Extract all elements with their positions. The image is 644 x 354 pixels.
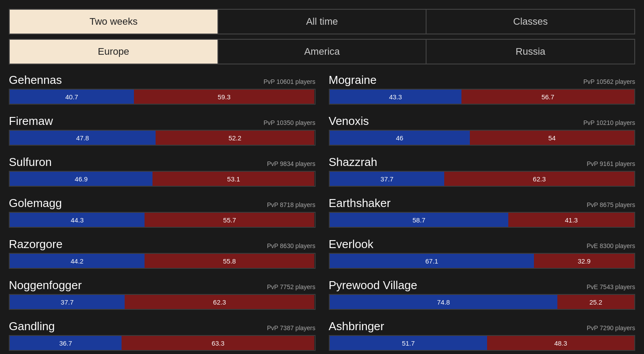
region-row: EuropeAmericaRussia	[9, 39, 635, 64]
server-header: MograinePvP 10562 players	[329, 73, 636, 87]
server-info: PvP 8675 players	[587, 201, 635, 208]
server-header: GandlingPvP 7387 players	[9, 320, 316, 333]
alliance-bar: 44.2	[10, 254, 145, 268]
server-name: Shazzrah	[329, 155, 377, 169]
server-block: NoggenfoggerPvP 7752 players37.762.3	[9, 279, 316, 310]
server-block: GehennasPvP 10601 players40.759.3	[9, 73, 316, 105]
server-header: GolemaggPvP 8718 players	[9, 196, 316, 210]
server-info: PvP 10350 players	[263, 119, 315, 126]
faction-bar: 37.762.3	[9, 294, 316, 310]
alliance-bar: 37.7	[10, 295, 125, 309]
server-header: ShazzrahPvP 9161 players	[329, 155, 636, 169]
alliance-bar: 47.8	[10, 131, 156, 145]
horde-bar: 32.9	[534, 254, 634, 268]
alliance-bar: 67.1	[330, 254, 534, 268]
server-info: PvP 10601 players	[263, 78, 315, 85]
alliance-bar: 74.8	[330, 295, 558, 309]
faction-bar: 47.852.2	[9, 130, 316, 146]
server-header: EarthshakerPvP 8675 players	[329, 196, 636, 210]
server-info: PvE 8300 players	[587, 242, 635, 249]
server-header: EverlookPvE 8300 players	[329, 237, 636, 251]
alliance-bar: 43.3	[330, 90, 462, 104]
horde-bar: 56.7	[461, 90, 634, 104]
server-header: RazorgorePvP 8630 players	[9, 237, 316, 251]
server-name: Everlook	[329, 237, 373, 251]
faction-bar: 74.825.2	[329, 294, 636, 310]
server-info: PvP 9834 players	[267, 160, 315, 167]
server-name: Earthshaker	[329, 196, 391, 210]
alliance-bar: 46.9	[10, 172, 152, 186]
server-name: Noggenfogger	[9, 279, 82, 292]
left-column: GehennasPvP 10601 players40.759.3Firemaw…	[9, 73, 316, 354]
server-header: VenoxisPvP 10210 players	[329, 114, 636, 128]
server-header: AshbringerPvP 7290 players	[329, 320, 636, 333]
server-header: Pyrewood VillagePvE 7543 players	[329, 279, 636, 292]
horde-bar: 52.2	[156, 131, 315, 145]
tab-two-weeks[interactable]: Two weeks	[9, 9, 217, 34]
faction-bar: 44.355.7	[9, 212, 316, 228]
horde-bar: 54	[470, 131, 634, 145]
tab-row: Two weeksAll timeClasses	[9, 9, 635, 34]
server-block: RazorgorePvP 8630 players44.255.8	[9, 237, 316, 269]
server-info: PvP 7387 players	[267, 324, 315, 331]
server-info: PvP 10210 players	[583, 119, 635, 126]
faction-bar: 36.763.3	[9, 335, 316, 351]
server-block: SulfuronPvP 9834 players46.953.1	[9, 155, 316, 187]
alliance-bar: 37.7	[330, 172, 445, 186]
server-name: Pyrewood Village	[329, 279, 417, 292]
faction-bar: 44.255.8	[9, 253, 316, 269]
faction-bar: 46.953.1	[9, 171, 316, 187]
server-info: PvP 7752 players	[267, 283, 315, 290]
server-block: GandlingPvP 7387 players36.763.3	[9, 320, 316, 351]
server-block: AshbringerPvP 7290 players51.748.3	[329, 320, 636, 351]
server-block: GolemaggPvP 8718 players44.355.7	[9, 196, 316, 228]
server-name: Sulfuron	[9, 155, 52, 169]
faction-bar: 40.759.3	[9, 89, 316, 105]
server-header: GehennasPvP 10601 players	[9, 73, 316, 87]
faction-bar: 4654	[329, 130, 636, 146]
horde-bar: 62.3	[444, 172, 634, 186]
right-column: MograinePvP 10562 players43.356.7Venoxis…	[329, 73, 636, 354]
horde-bar: 41.3	[508, 213, 634, 227]
alliance-bar: 51.7	[330, 336, 487, 350]
server-block: ShazzrahPvP 9161 players37.762.3	[329, 155, 636, 187]
server-info: PvP 10562 players	[583, 78, 635, 85]
tab-all-time[interactable]: All time	[217, 9, 426, 34]
horde-bar: 25.2	[557, 295, 634, 309]
faction-bar: 67.132.9	[329, 253, 636, 269]
region-europe[interactable]: Europe	[9, 39, 217, 64]
tab-classes[interactable]: Classes	[426, 9, 635, 34]
alliance-bar: 58.7	[330, 213, 509, 227]
server-info: PvP 7290 players	[587, 324, 635, 331]
alliance-bar: 44.3	[10, 213, 145, 227]
horde-bar: 55.7	[145, 213, 314, 227]
server-info: PvP 8718 players	[267, 201, 315, 208]
alliance-bar: 36.7	[10, 336, 122, 350]
faction-bar: 37.762.3	[329, 171, 636, 187]
server-name: Mograine	[329, 73, 377, 87]
server-name: Firemaw	[9, 114, 53, 128]
alliance-bar: 46	[330, 131, 470, 145]
server-header: NoggenfoggerPvP 7752 players	[9, 279, 316, 292]
server-block: EarthshakerPvP 8675 players58.741.3	[329, 196, 636, 228]
region-america[interactable]: America	[217, 39, 426, 64]
server-header: SulfuronPvP 9834 players	[9, 155, 316, 169]
faction-bar: 58.741.3	[329, 212, 636, 228]
horde-bar: 59.3	[134, 90, 315, 104]
alliance-bar: 40.7	[10, 90, 134, 104]
server-name: Razorgore	[9, 237, 62, 251]
server-info: PvP 9161 players	[587, 160, 635, 167]
horde-bar: 62.3	[125, 295, 315, 309]
server-block: EverlookPvE 8300 players67.132.9	[329, 237, 636, 269]
server-name: Gehennas	[9, 73, 62, 87]
horde-bar: 55.8	[145, 254, 315, 268]
horde-bar: 48.3	[487, 336, 634, 350]
servers-grid: GehennasPvP 10601 players40.759.3Firemaw…	[9, 73, 635, 354]
server-block: FiremawPvP 10350 players47.852.2	[9, 114, 316, 146]
faction-bar: 51.748.3	[329, 335, 636, 351]
server-block: MograinePvP 10562 players43.356.7	[329, 73, 636, 105]
server-block: Pyrewood VillagePvE 7543 players74.825.2	[329, 279, 636, 310]
region-russia[interactable]: Russia	[426, 39, 635, 64]
server-name: Venoxis	[329, 114, 369, 128]
server-header: FiremawPvP 10350 players	[9, 114, 316, 128]
